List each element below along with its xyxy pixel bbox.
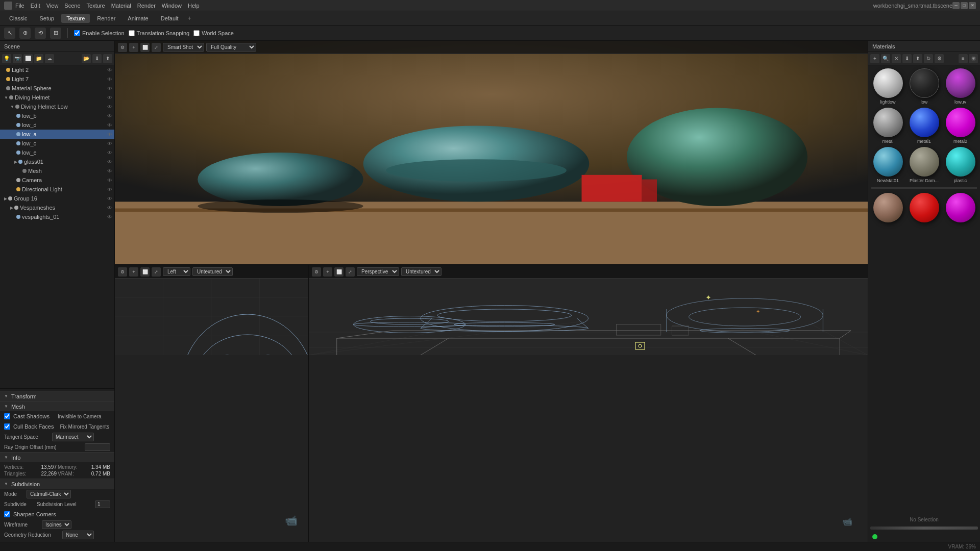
tree-eye-low-b[interactable]: 👁 xyxy=(107,113,112,119)
perspective-viewport-full-icon[interactable]: ⤢ xyxy=(346,267,355,277)
material-lightlow[interactable]: lightlow xyxy=(871,68,904,105)
material-extra1[interactable] xyxy=(871,193,904,224)
tab-default[interactable]: Default xyxy=(156,14,184,23)
tree-eye-vespameshes[interactable]: 👁 xyxy=(107,205,112,211)
close-button[interactable]: ✕ xyxy=(969,2,976,9)
left-viewport-full-icon[interactable]: ⤢ xyxy=(152,267,161,277)
tree-item-directional-light[interactable]: Directional Light 👁 xyxy=(0,185,114,194)
tree-eye-directional-light[interactable]: 👁 xyxy=(107,187,112,192)
tree-item-material-sphere[interactable]: Material Sphere 👁 xyxy=(0,84,114,93)
tree-item-light7[interactable]: Light 7 👁 xyxy=(0,74,114,84)
materials-export-icon[interactable]: ⬆ xyxy=(913,54,922,63)
material-plastic[interactable]: plastic xyxy=(944,147,977,183)
tree-item-low-d[interactable]: low_d 👁 xyxy=(0,120,114,130)
material-plaster-dam[interactable]: Plaster Dam... xyxy=(908,147,941,183)
minimize-button[interactable]: ─ xyxy=(952,2,960,9)
menu-edit[interactable]: Edit xyxy=(31,3,40,9)
wireframe-select[interactable]: Isoines None All xyxy=(42,520,71,529)
tree-eye-light7[interactable]: 👁 xyxy=(107,77,112,82)
tree-eye-low-e[interactable]: 👁 xyxy=(107,150,112,156)
tab-classic[interactable]: Classic xyxy=(4,14,32,23)
scene-icon-import[interactable]: ⬇ xyxy=(92,54,102,63)
perspective-view-select[interactable]: Perspective Camera Top xyxy=(357,267,399,276)
smart-shot-select[interactable]: Smart Shot Camera xyxy=(163,43,204,52)
scene-icon-camera[interactable]: 📷 xyxy=(13,54,22,63)
tree-eye-group16[interactable]: 👁 xyxy=(107,196,112,202)
subdivision-mode-select[interactable]: Catmull-Clark Linear xyxy=(27,490,71,498)
tree-item-diving-helmet-low[interactable]: ▼ Diving Helmet Low 👁 xyxy=(0,102,114,111)
left-viewport-display-icon[interactable]: ⬜ xyxy=(140,267,150,277)
scene-icon-light[interactable]: 💡 xyxy=(2,54,11,63)
menu-file[interactable]: File xyxy=(15,3,24,9)
transform-section-header[interactable]: Transform xyxy=(0,391,114,401)
tab-add-button[interactable]: + xyxy=(186,14,193,23)
material-metal[interactable]: metal xyxy=(871,108,904,144)
materials-refresh-icon[interactable]: ↻ xyxy=(924,54,933,63)
tree-item-group16[interactable]: ▶ Group 16 👁 xyxy=(0,194,114,203)
tab-animate[interactable]: Animate xyxy=(122,14,153,23)
menu-view[interactable]: View xyxy=(46,3,59,9)
menu-scene[interactable]: Scene xyxy=(64,3,80,9)
tree-item-vespalights01[interactable]: vespalights_01 👁 xyxy=(0,212,114,221)
left-viewport[interactable]: ⚙ + ⬜ ⤢ Left Right Top Front Untextured … xyxy=(115,265,309,542)
materials-search-icon[interactable]: 🔍 xyxy=(881,54,890,63)
scene-icon-object[interactable]: ⬜ xyxy=(23,54,33,63)
left-view-select[interactable]: Left Right Top Front xyxy=(163,267,190,276)
top-viewport-camera-icon[interactable]: + xyxy=(129,43,138,52)
top-viewport-full-icon[interactable]: ⤢ xyxy=(152,43,161,52)
menu-texture[interactable]: Texture xyxy=(87,3,105,9)
perspective-viewport-display-icon[interactable]: ⬜ xyxy=(334,267,344,277)
rotate-tool[interactable]: ⟲ xyxy=(35,28,46,39)
sharpen-corners-checkbox[interactable] xyxy=(4,511,10,517)
menu-render[interactable]: Render xyxy=(137,3,156,9)
tree-item-low-c[interactable]: low_c 👁 xyxy=(0,139,114,148)
scale-tool[interactable]: ⊞ xyxy=(50,28,61,39)
material-newmat01[interactable]: NewMat01 xyxy=(871,147,904,183)
materials-list-view-icon[interactable]: ≡ xyxy=(959,54,968,63)
material-low[interactable]: low xyxy=(908,68,941,105)
tree-item-vespameshes[interactable]: ▶ Vespameshes 👁 xyxy=(0,203,114,212)
geometry-reduction-select[interactable]: None Low Medium xyxy=(62,531,94,539)
tree-item-glass01[interactable]: ▶ glass01 👁 xyxy=(0,157,114,166)
materials-delete-icon[interactable]: ✕ xyxy=(892,54,901,63)
info-section-header[interactable]: Info xyxy=(0,452,114,462)
tree-item-mesh[interactable]: Mesh 👁 xyxy=(0,166,114,176)
mesh-section-header[interactable]: Mesh xyxy=(0,401,114,411)
material-extra3[interactable] xyxy=(944,193,977,224)
translation-snapping-check[interactable]: Translation Snapping xyxy=(129,30,190,36)
menu-help[interactable]: Help xyxy=(188,3,200,9)
tree-item-low-e[interactable]: low_e 👁 xyxy=(0,148,114,157)
tree-item-low-a[interactable]: low_a 👁 xyxy=(0,130,114,139)
tree-eye-mesh[interactable]: 👁 xyxy=(107,168,112,174)
maximize-button[interactable]: □ xyxy=(961,2,968,9)
subdivision-level-input[interactable] xyxy=(95,500,110,508)
tree-item-camera[interactable]: Camera 👁 xyxy=(0,176,114,185)
world-space-input[interactable] xyxy=(193,30,200,36)
enable-selection-check[interactable]: Enable Selection xyxy=(74,30,125,36)
left-viewport-settings-icon[interactable]: ⚙ xyxy=(118,267,127,277)
perspective-viewport[interactable]: ⚙ + ⬜ ⤢ Perspective Camera Top Untexture… xyxy=(309,265,868,542)
tree-eye-glass01[interactable]: 👁 xyxy=(107,159,112,165)
scene-icon-sky[interactable]: ☁ xyxy=(45,54,54,63)
top-viewport-settings-icon[interactable]: ⚙ xyxy=(118,43,127,52)
top-viewport[interactable]: ⚙ + ⬜ ⤢ Smart Shot Camera Full Quality H… xyxy=(115,41,868,265)
tree-eye-camera[interactable]: 👁 xyxy=(107,178,112,183)
materials-add-icon[interactable]: + xyxy=(870,54,879,63)
tree-eye-low-d[interactable]: 👁 xyxy=(107,122,112,128)
select-tool[interactable]: ↖ xyxy=(4,28,15,39)
materials-settings-icon[interactable]: ⚙ xyxy=(935,54,944,63)
tree-eye-diving-helmet-low[interactable]: 👁 xyxy=(107,104,112,110)
left-shading-select[interactable]: Untextured Textured Wireframe xyxy=(192,267,233,276)
menu-material[interactable]: Material xyxy=(111,3,131,9)
tree-eye-light2[interactable]: 👁 xyxy=(107,67,112,73)
tree-eye-low-c[interactable]: 👁 xyxy=(107,141,112,146)
transform-tool[interactable]: ⊕ xyxy=(19,28,31,39)
material-metal2[interactable]: metal2 xyxy=(944,108,977,144)
material-metal1[interactable]: metal1 xyxy=(908,108,941,144)
cast-shadows-checkbox[interactable] xyxy=(4,413,10,419)
world-space-check[interactable]: World Space xyxy=(193,30,234,36)
tangent-space-select[interactable]: Marmoset MikkTSpace Unity xyxy=(52,433,94,441)
scene-icon-group[interactable]: 📁 xyxy=(34,54,43,63)
scene-icon-folder[interactable]: 📂 xyxy=(82,54,91,63)
tree-eye-low-a[interactable]: 👁 xyxy=(107,132,112,137)
